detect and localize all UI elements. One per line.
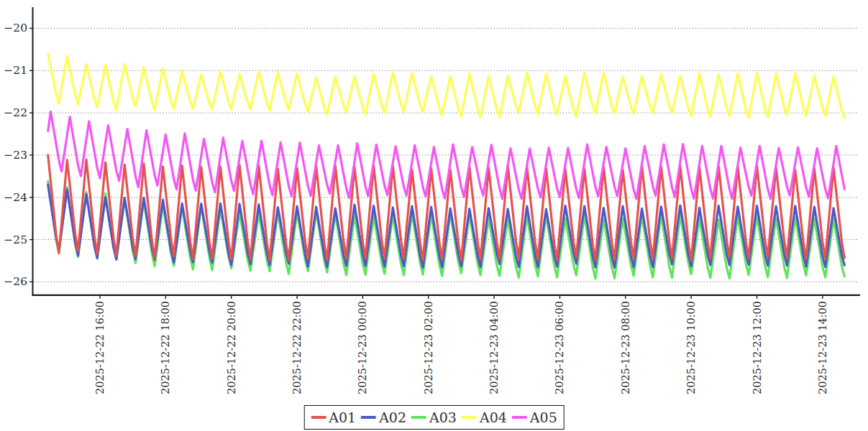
x-tick-label: 2025-12-23 02:00 <box>423 301 434 394</box>
x-tick-label: 2025-12-22 18:00 <box>160 301 171 394</box>
x-tick-label: 2025-12-23 10:00 <box>685 301 697 394</box>
series-line-a04 <box>48 54 845 118</box>
x-tick-label: 2025-12-23 04:00 <box>488 301 500 394</box>
y-tick-label: −25 <box>4 233 27 246</box>
legend-swatch-a04 <box>462 416 477 419</box>
plot-area: −20−21−22−23−24−25−262025-12-22 16:00202… <box>0 0 868 431</box>
legend-label-a02: A02 <box>379 409 406 425</box>
legend-item-a05: A05 <box>512 409 557 425</box>
legend-label-a03: A03 <box>429 409 457 425</box>
legend-label-a05: A05 <box>530 409 557 425</box>
legend: A01A02A03A04A05 <box>303 405 565 430</box>
series-line-a05 <box>48 111 845 199</box>
legend-item-a01: A01 <box>311 409 356 425</box>
legend-item-a03: A03 <box>411 409 457 425</box>
y-tick-label: −26 <box>4 275 27 288</box>
x-tick-label: 2025-12-23 00:00 <box>357 301 368 394</box>
y-tick-label: −23 <box>4 149 27 162</box>
legend-item-a02: A02 <box>361 409 406 425</box>
legend-swatch-a01 <box>311 416 326 419</box>
legend-label-a04: A04 <box>480 409 507 425</box>
x-tick-label: 2025-12-23 06:00 <box>554 301 565 394</box>
x-tick-label: 2025-12-22 22:00 <box>291 301 303 394</box>
legend-item-a04: A04 <box>462 409 507 425</box>
y-tick-label: −21 <box>4 64 27 77</box>
y-tick-label: −24 <box>4 191 27 204</box>
x-tick-label: 2025-12-23 12:00 <box>751 301 763 394</box>
x-tick-label: 2025-12-22 16:00 <box>94 301 106 394</box>
y-tick-label: −20 <box>4 22 27 34</box>
legend-swatch-a02 <box>361 416 376 419</box>
x-tick-label: 2025-12-23 14:00 <box>817 301 828 394</box>
legend-swatch-a05 <box>512 416 527 419</box>
x-tick-label: 2025-12-23 08:00 <box>620 301 631 394</box>
legend-swatch-a03 <box>411 416 426 419</box>
x-tick-label: 2025-12-22 20:00 <box>226 301 237 394</box>
legend-label-a01: A01 <box>329 409 356 425</box>
y-tick-label: −22 <box>4 106 27 119</box>
chart-canvas: −20−21−22−23−24−25−262025-12-22 16:00202… <box>0 0 868 431</box>
